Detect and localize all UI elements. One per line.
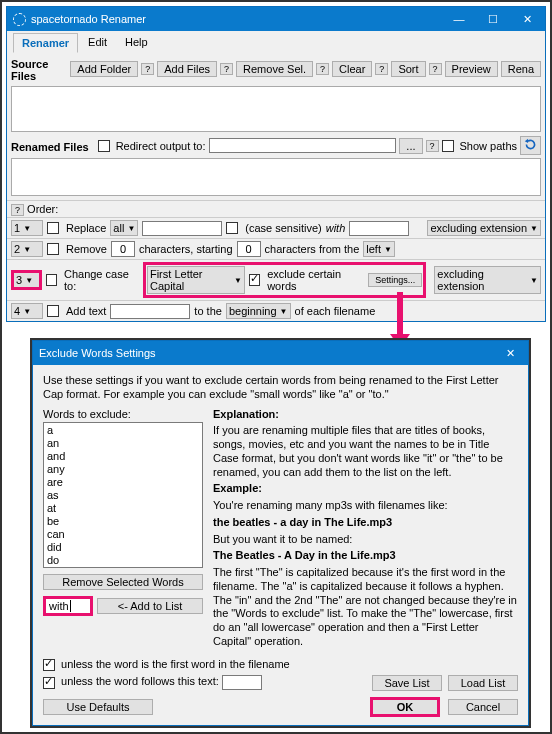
rule-2: 2▼ Remove 0 characters, starting 0 chara… <box>7 238 545 259</box>
remove-checkbox[interactable] <box>47 243 59 255</box>
help-icon[interactable]: ? <box>375 63 388 75</box>
rule-1: 1▼ Replace all▼ (case sensitive) with ex… <box>7 217 545 238</box>
order-label: Order: <box>27 203 58 215</box>
left-right-select[interactable]: left▼ <box>363 241 395 257</box>
list-item[interactable]: at <box>47 502 199 515</box>
replace-src-input[interactable] <box>142 221 222 236</box>
use-defaults-button[interactable]: Use Defaults <box>43 699 153 715</box>
redirect-checkbox[interactable] <box>98 140 110 152</box>
ok-button[interactable]: OK <box>370 697 440 717</box>
add-files-button[interactable]: Add Files <box>157 61 217 77</box>
dialog-close-button[interactable]: ✕ <box>493 342 527 364</box>
unless-follows-input[interactable] <box>222 675 262 690</box>
extension-select[interactable]: excluding extension▼ <box>434 266 541 294</box>
help-icon[interactable]: ? <box>316 63 329 75</box>
example-line2: the beatles - a day in The Life.mp3 <box>213 516 392 528</box>
unless-follows-label: unless the word follows this text: <box>61 676 219 688</box>
help-icon[interactable]: ? <box>426 140 439 152</box>
add-text-input[interactable] <box>110 304 190 319</box>
exclude-words-checkbox[interactable] <box>249 274 260 286</box>
list-item[interactable]: as <box>47 489 199 502</box>
list-item[interactable]: any <box>47 463 199 476</box>
maximize-button[interactable]: ☐ <box>476 8 510 30</box>
add-to-list-button[interactable]: <- Add to List <box>97 598 203 614</box>
order-select[interactable]: 2▼ <box>11 241 43 257</box>
replace-all-select[interactable]: all▼ <box>110 220 138 236</box>
add-text-checkbox[interactable] <box>47 305 59 317</box>
unless-first-word-checkbox[interactable] <box>43 659 55 671</box>
add-folder-button[interactable]: Add Folder <box>70 61 138 77</box>
list-item[interactable]: and <box>47 450 199 463</box>
order-select[interactable]: 4▼ <box>11 303 43 319</box>
rename-button[interactable]: Rena <box>501 61 541 77</box>
close-button[interactable]: ✕ <box>510 8 544 30</box>
tab-renamer[interactable]: Renamer <box>13 33 78 53</box>
example-line3: But you want it to be named: <box>213 533 518 547</box>
change-case-group: First Letter Capital▼ exclude certain wo… <box>143 262 426 298</box>
cancel-button[interactable]: Cancel <box>448 699 518 715</box>
remove-selected-button[interactable]: Remove Selected Words <box>43 574 203 590</box>
remove-start-input[interactable]: 0 <box>237 241 261 257</box>
help-icon[interactable]: ? <box>141 63 154 75</box>
add-text-label: Add text <box>66 305 106 317</box>
source-toolbar: Source Files Add Folder? Add Files? Remo… <box>7 55 545 86</box>
list-item[interactable]: can <box>47 528 199 541</box>
source-files-list[interactable] <box>11 86 541 132</box>
help-icon[interactable]: ? <box>11 204 24 216</box>
words-list[interactable]: aanandanyareasatbecandiddofor <box>43 422 203 568</box>
tab-edit[interactable]: Edit <box>80 33 115 53</box>
words-label: Words to exclude: <box>43 408 203 420</box>
list-item[interactable]: be <box>47 515 199 528</box>
help-icon[interactable]: ? <box>220 63 233 75</box>
rule-3: 3▼ Change case to: First Letter Capital▼… <box>7 259 545 300</box>
list-item[interactable]: did <box>47 541 199 554</box>
explanation-body: If you are renaming multiple files that … <box>213 424 518 479</box>
change-case-checkbox[interactable] <box>46 274 57 286</box>
remove-sel-button[interactable]: Remove Sel. <box>236 61 313 77</box>
order-select[interactable]: 1▼ <box>11 220 43 236</box>
show-paths-checkbox[interactable] <box>442 140 454 152</box>
add-word-input[interactable]: with <box>43 596 93 616</box>
case-type-select[interactable]: First Letter Capital▼ <box>147 266 245 294</box>
redirect-path-input[interactable] <box>209 138 397 153</box>
unless-follows-checkbox[interactable] <box>43 677 55 689</box>
preview-button[interactable]: Preview <box>445 61 498 77</box>
show-paths-label: Show paths <box>460 140 517 152</box>
chars-label: characters, starting <box>139 243 233 255</box>
app-icon <box>13 13 26 26</box>
list-item[interactable]: for <box>47 567 199 568</box>
order-select[interactable]: 3▼ <box>11 270 42 290</box>
example-line4: The Beatles - A Day in the Life.mp3 <box>213 549 396 561</box>
list-item[interactable]: are <box>47 476 199 489</box>
settings-button[interactable]: Settings... <box>368 273 422 287</box>
from-label: characters from the <box>265 243 360 255</box>
minimize-button[interactable]: ― <box>442 8 476 30</box>
with-label: with <box>326 222 346 234</box>
load-list-button[interactable]: Load List <box>448 675 518 691</box>
list-item[interactable]: a <box>47 424 199 437</box>
remove-n-input[interactable]: 0 <box>111 241 135 257</box>
position-select[interactable]: beginning▼ <box>226 303 291 319</box>
renamed-files-label: Renamed Files <box>11 138 95 154</box>
clear-button[interactable]: Clear <box>332 61 372 77</box>
case-sensitive-checkbox[interactable] <box>226 222 238 234</box>
save-list-button[interactable]: Save List <box>372 675 442 691</box>
refresh-button[interactable] <box>520 136 541 155</box>
dialog-title: Exclude Words Settings <box>39 347 493 359</box>
exclude-words-label: exclude certain words <box>267 268 364 292</box>
main-window: spacetornado Renamer ― ☐ ✕ Renamer Edit … <box>6 6 546 322</box>
list-item[interactable]: do <box>47 554 199 567</box>
renamed-files-list[interactable] <box>11 158 541 196</box>
tab-help[interactable]: Help <box>117 33 156 53</box>
extension-select[interactable]: excluding extension▼ <box>427 220 541 236</box>
refresh-icon <box>524 138 537 151</box>
list-item[interactable]: an <box>47 437 199 450</box>
sort-button[interactable]: Sort <box>391 61 425 77</box>
change-case-label: Change case to: <box>64 268 139 292</box>
replace-checkbox[interactable] <box>47 222 59 234</box>
remove-label: Remove <box>66 243 107 255</box>
browse-button[interactable]: ... <box>399 138 422 154</box>
help-icon[interactable]: ? <box>429 63 442 75</box>
case-sensitive-label: (case sensitive) <box>245 222 321 234</box>
replace-dst-input[interactable] <box>349 221 409 236</box>
